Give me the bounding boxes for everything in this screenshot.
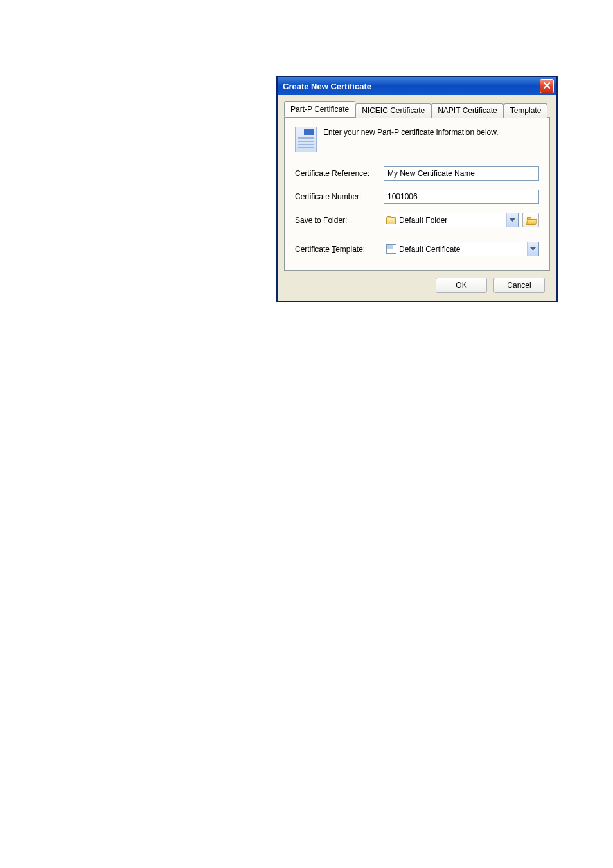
save-to-folder-combo[interactable]: Default Folder [384, 213, 519, 227]
header-divider [58, 57, 559, 57]
chevron-down-icon [506, 213, 518, 227]
chevron-down-icon [527, 242, 538, 256]
tab-part-p[interactable]: Part-P Certificate [284, 101, 355, 117]
label-certificate-reference: Certificate Reference: [295, 169, 384, 178]
template-icon [386, 244, 396, 254]
tab-strip: Part-P Certificate NICEIC Certificate NA… [284, 102, 550, 117]
tab-panel: Enter your new Part-P certificate inform… [284, 117, 550, 271]
row-certificate-template: Certificate Template: Default Certificat… [295, 242, 539, 256]
certificate-number-input[interactable] [384, 190, 539, 204]
certificate-template-combo[interactable]: Default Certificate [384, 242, 539, 256]
tab-napit[interactable]: NAPIT Certificate [431, 103, 503, 118]
row-save-to-folder: Save to Folder: Default Folder [295, 213, 539, 227]
titlebar-text: Create New Certificate [283, 82, 540, 91]
folder-open-icon [526, 216, 537, 225]
browse-folder-button[interactable] [522, 213, 539, 227]
document-icon [295, 127, 317, 152]
cancel-button[interactable]: Cancel [493, 278, 545, 293]
label-certificate-template: Certificate Template: [295, 245, 384, 254]
folder-icon [386, 216, 396, 224]
close-icon [543, 80, 551, 92]
row-certificate-reference: Certificate Reference: [295, 166, 539, 181]
intro-row: Enter your new Part-P certificate inform… [295, 127, 539, 152]
dialog-body: Part-P Certificate NICEIC Certificate NA… [278, 95, 556, 301]
document-page: Create New Certificate Part-P Certificat… [0, 0, 613, 868]
row-certificate-number: Certificate Number: [295, 190, 539, 204]
certificate-template-value: Default Certificate [399, 245, 527, 254]
intro-text: Enter your new Part-P certificate inform… [323, 127, 499, 137]
close-button[interactable] [540, 79, 554, 93]
ok-button[interactable]: OK [436, 278, 487, 293]
tab-template[interactable]: Template [504, 103, 548, 118]
dialog-button-row: OK Cancel [284, 271, 550, 293]
certificate-reference-input[interactable] [384, 166, 539, 181]
label-save-to-folder: Save to Folder: [295, 216, 384, 225]
tab-niceic[interactable]: NICEIC Certificate [355, 103, 431, 118]
save-to-folder-value: Default Folder [399, 216, 506, 225]
label-certificate-number: Certificate Number: [295, 192, 384, 201]
titlebar: Create New Certificate [278, 77, 556, 95]
create-certificate-dialog: Create New Certificate Part-P Certificat… [276, 76, 558, 302]
